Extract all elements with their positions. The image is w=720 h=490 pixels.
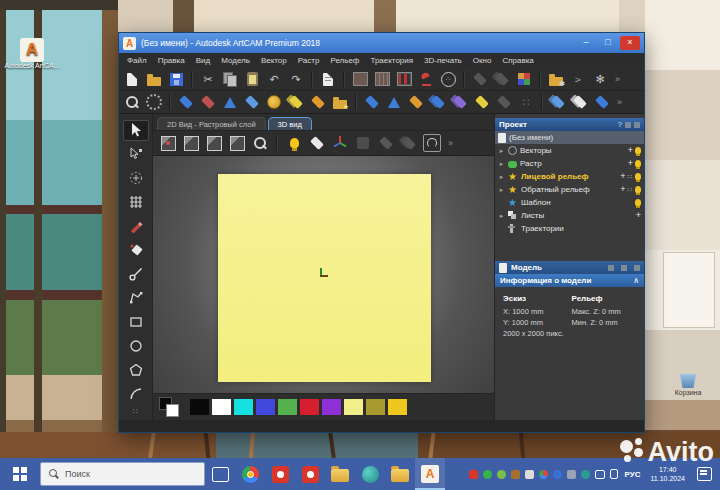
menu-edit[interactable]: Правка (158, 56, 185, 65)
tab-2d-view[interactable]: 2D Вид - Растровый слой (157, 117, 266, 130)
menu-file[interactable]: Файл (127, 56, 147, 65)
copy-icon[interactable] (221, 70, 239, 88)
copy-relief-icon[interactable] (549, 93, 567, 111)
start-button[interactable] (0, 458, 40, 490)
side-view-icon[interactable] (205, 134, 223, 152)
add-icon[interactable]: + (620, 172, 625, 181)
tree-item-sheets[interactable]: ▸ Листы + (495, 209, 644, 222)
color-reduce-icon[interactable] (515, 70, 533, 88)
defender-icon[interactable] (581, 470, 590, 479)
model-filter-icon[interactable] (621, 265, 627, 271)
tree-item-toolpaths[interactable]: Траектории (495, 222, 644, 235)
visibility-bulb-icon[interactable] (635, 173, 641, 180)
redo-icon[interactable]: ↷ (287, 70, 305, 88)
save-icon[interactable] (167, 70, 185, 88)
paint-tool[interactable] (123, 216, 149, 237)
tray-whatsapp-icon[interactable] (483, 470, 492, 479)
visibility-bulb-icon[interactable] (635, 160, 641, 167)
paste-relief-icon[interactable] (571, 93, 589, 111)
open-file-icon[interactable] (145, 70, 163, 88)
menu-relief[interactable]: Рельеф (330, 56, 359, 65)
relief-clay-icon[interactable] (199, 93, 217, 111)
expander-icon[interactable]: ▸ (498, 212, 505, 220)
flip-relief-icon[interactable] (593, 93, 611, 111)
pin-icon[interactable] (625, 122, 631, 128)
vector-doctor-icon[interactable]: ＞ (569, 70, 587, 88)
paste-icon[interactable] (243, 70, 261, 88)
taskbar-chrome-icon[interactable] (235, 458, 265, 490)
menu-view[interactable]: Вид (196, 56, 210, 65)
palette-swatch-blue[interactable] (256, 399, 275, 415)
palette-swatch-white[interactable] (212, 399, 231, 415)
volume-icon[interactable] (525, 470, 534, 479)
search-input[interactable]: Поиск (40, 462, 205, 486)
notification-center-icon[interactable] (697, 467, 712, 481)
desktop-icon-recycle-bin[interactable]: Корзина (660, 374, 716, 396)
zoom-view-icon[interactable] (251, 134, 269, 152)
primary-secondary-color-widget[interactable] (159, 397, 179, 417)
erase-tool[interactable] (123, 240, 149, 261)
toolbar-overflow-icon[interactable]: » (615, 74, 620, 84)
menu-toolpath[interactable]: Траектория (370, 56, 413, 65)
taskbar-explorer-icon[interactable] (385, 458, 415, 490)
chat-icon[interactable] (595, 470, 605, 479)
texture-relief-icon[interactable] (451, 93, 469, 111)
shape-editor-icon[interactable] (221, 93, 239, 111)
menu-model[interactable]: Модель (221, 56, 250, 65)
tray-expand-icon[interactable] (567, 470, 576, 479)
relief-library-icon[interactable] (331, 93, 349, 111)
emboss-icon[interactable] (473, 93, 491, 111)
toolbar2-overflow-icon[interactable]: » (617, 97, 622, 107)
taskbar-teal-app-icon[interactable] (355, 458, 385, 490)
menu-help[interactable]: Справка (502, 56, 533, 65)
front-view-icon[interactable] (182, 134, 200, 152)
expander-icon[interactable]: ▸ (498, 147, 505, 155)
menu-raster[interactable]: Растр (298, 56, 320, 65)
layer-dots-icon[interactable]: ∷ (628, 173, 633, 180)
cut-icon[interactable]: ✂ (199, 70, 217, 88)
texture-tool-icon[interactable] (145, 93, 163, 111)
sculpt-icon[interactable] (385, 93, 403, 111)
model-panel-header[interactable]: Модель (495, 261, 644, 274)
taskbar-folder-icon[interactable] (325, 458, 355, 490)
taskbar-artcam-icon[interactable]: A (415, 458, 445, 490)
model-user-icon[interactable] (634, 265, 640, 271)
language-indicator[interactable]: РУС (623, 470, 643, 479)
tray-brown-icon[interactable] (511, 470, 520, 479)
menu-vector[interactable]: Вектор (261, 56, 287, 65)
palette-swatch-red[interactable] (300, 399, 319, 415)
expander-icon[interactable]: ▸ (498, 160, 505, 168)
notes-icon[interactable] (319, 70, 337, 88)
viewbar-overflow-icon[interactable]: » (448, 138, 453, 148)
palette-swatch-black[interactable] (190, 399, 209, 415)
offset-relief-icon[interactable] (407, 93, 425, 111)
add-icon[interactable]: + (636, 211, 641, 220)
clipboard-icon[interactable] (610, 469, 618, 479)
tree-item-back-relief[interactable]: ▸ ★ Обратный рельеф +∷ (495, 183, 644, 196)
lighting-icon[interactable] (285, 134, 303, 152)
title-bar[interactable]: A (Без имени) - Autodesk ArtCAM Premium … (119, 33, 644, 53)
select-tool[interactable] (123, 120, 149, 141)
close-button[interactable]: × (620, 36, 640, 50)
collapse-icon[interactable]: ∧ (633, 276, 639, 285)
menu-3dprint[interactable]: 3D-печать (424, 56, 462, 65)
palette-swatch-gold[interactable] (388, 399, 407, 415)
project-folder-icon[interactable] (547, 70, 565, 88)
model-sheet[interactable] (218, 174, 431, 382)
project-root-item[interactable]: (Без имени) (495, 131, 644, 144)
arc-tool[interactable] (123, 383, 149, 404)
new-file-icon[interactable] (123, 70, 141, 88)
panel-grid-icon[interactable] (395, 70, 413, 88)
expander-icon[interactable]: ▸ (498, 173, 505, 181)
bluetooth-icon[interactable] (553, 470, 562, 479)
panel-columns-icon[interactable] (373, 70, 391, 88)
desktop-shortcut-artcam[interactable]: A Autodesk ArtCA... (4, 38, 60, 69)
tray-red-icon[interactable] (469, 470, 478, 479)
tab-3d-view[interactable]: 3D вид (268, 117, 312, 130)
axes-icon[interactable] (331, 134, 349, 152)
top-view-icon[interactable] (228, 134, 246, 152)
ellipse-tool[interactable] (123, 335, 149, 356)
panel-layout-icon[interactable] (351, 70, 369, 88)
node-edit-tool[interactable] (123, 144, 149, 165)
model-action-icon[interactable] (608, 265, 614, 271)
